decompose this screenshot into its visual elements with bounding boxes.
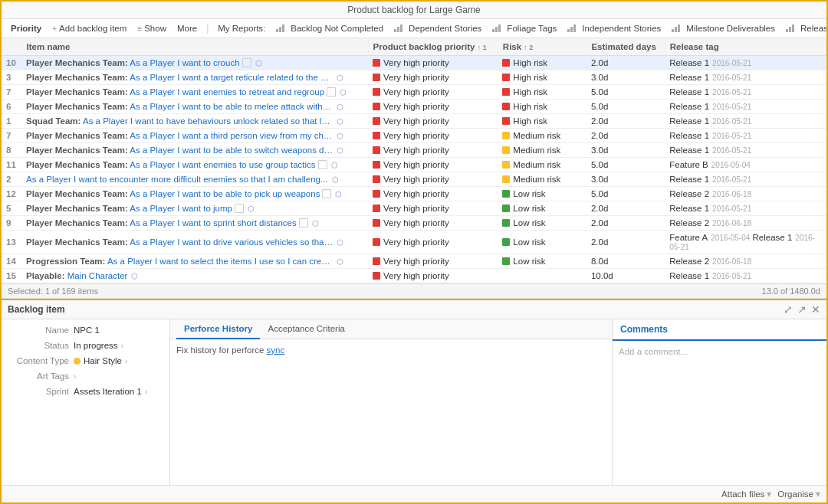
expand-icon[interactable]: ⤢ — [784, 303, 793, 316]
comment-input[interactable]: Add a comment... — [613, 341, 826, 362]
release-date: 2016-05-21 — [712, 74, 751, 82]
item-name[interactable]: Player Mechanics Team: As a Player I wan… — [26, 160, 316, 169]
row-checkbox[interactable] — [235, 204, 244, 213]
link-icon[interactable]: ⬡ — [312, 219, 319, 227]
link-icon[interactable]: ⬡ — [337, 74, 343, 82]
priority-dot — [373, 161, 380, 169]
item-name[interactable]: Player Mechanics Team: As a Player I wan… — [26, 102, 333, 111]
table-row[interactable]: 7 Player Mechanics Team: As a Player I w… — [2, 129, 826, 143]
row-item-name[interactable]: Player Mechanics Team: As a Player I wan… — [21, 129, 368, 143]
status-chevron-icon[interactable]: › — [121, 342, 123, 350]
table-row[interactable]: 10 Player Mechanics Team: As a Player I … — [2, 56, 826, 70]
backlog-not-completed-button[interactable]: Backlog Not Completed — [273, 22, 386, 34]
row-item-name[interactable]: Playable: Main Character ⬡ — [21, 269, 368, 283]
item-name[interactable]: Player Mechanics Team: As a Player I wan… — [26, 237, 333, 247]
sync-link[interactable]: sync — [267, 345, 285, 355]
table-row[interactable]: 13 Player Mechanics Team: As a Player I … — [2, 231, 826, 254]
organise-chevron-icon: ▾ — [816, 489, 820, 499]
add-backlog-item-button[interactable]: + Add backlog item — [49, 22, 130, 34]
link-icon[interactable]: ⬡ — [337, 238, 343, 247]
release-1-status-button[interactable]: Release 1 Status — [783, 22, 826, 34]
table-row[interactable]: 15 Playable: Main Character ⬡ Very high … — [2, 269, 826, 283]
row-item-name[interactable]: Player Mechanics Team: As a Player I wan… — [21, 70, 368, 85]
close-icon[interactable]: ✕ — [811, 303, 820, 316]
row-item-name[interactable]: Player Mechanics Team: As a Player I wan… — [21, 143, 368, 158]
tab-acceptance-criteria[interactable]: Acceptance Criteria — [260, 319, 352, 339]
item-name[interactable]: Squad Team: As a Player I want to have b… — [26, 116, 333, 126]
item-name[interactable]: Player Mechanics Team: As a Player I wan… — [26, 204, 232, 213]
table-row[interactable]: 11 Player Mechanics Team: As a Player I … — [2, 158, 826, 172]
table-row[interactable]: 2 As a Player I want to encounter more d… — [2, 172, 826, 187]
item-name[interactable]: Player Mechanics Team: As a Player I wan… — [26, 218, 297, 227]
link-icon[interactable]: ⬡ — [340, 88, 347, 97]
row-item-name[interactable]: Player Mechanics Team: As a Player I wan… — [21, 158, 368, 172]
item-name[interactable]: Progression Team: As a Player I want to … — [26, 257, 333, 266]
table-row[interactable]: 5 Player Mechanics Team: As a Player I w… — [2, 201, 826, 216]
tab-perforce-history[interactable]: Perforce History — [176, 319, 260, 339]
table-row[interactable]: 8 Player Mechanics Team: As a Player I w… — [2, 143, 826, 158]
table-row[interactable]: 6 Player Mechanics Team: As a Player I w… — [2, 100, 826, 114]
independent-stories-button[interactable]: Independent Stories — [564, 22, 664, 34]
table-row[interactable]: 12 Player Mechanics Team: As a Player I … — [2, 187, 826, 201]
row-checkbox[interactable] — [242, 58, 251, 67]
sprint-value[interactable]: Assets Iteration 1 › — [74, 387, 147, 396]
sprint-chevron-icon[interactable]: › — [145, 388, 147, 396]
link-icon[interactable]: ⬡ — [255, 59, 262, 67]
row-item-name[interactable]: Player Mechanics Team: As a Player I wan… — [21, 56, 368, 70]
row-checkbox[interactable] — [322, 189, 331, 198]
row-item-name[interactable]: Player Mechanics Team: As a Player I wan… — [21, 201, 368, 216]
table-row[interactable]: 3 Player Mechanics Team: As a Player I w… — [2, 70, 826, 85]
row-item-name[interactable]: Player Mechanics Team: As a Player I wan… — [21, 100, 368, 114]
link-icon[interactable]: ⬡ — [337, 146, 343, 155]
row-item-name[interactable]: Progression Team: As a Player I want to … — [21, 254, 368, 269]
row-item-name[interactable]: Squad Team: As a Player I want to have b… — [21, 114, 368, 129]
table-row[interactable]: 1 Squad Team: As a Player I want to have… — [2, 114, 826, 129]
row-risk: High risk — [498, 100, 586, 114]
link-icon[interactable]: ⬡ — [331, 161, 338, 169]
item-name[interactable]: Player Mechanics Team: As a Player I wan… — [26, 189, 320, 198]
item-name[interactable]: Player Mechanics Team: As a Player I wan… — [26, 73, 333, 82]
item-name[interactable]: Player Mechanics Team: As a Player I wan… — [26, 146, 333, 155]
open-external-icon[interactable]: ↗ — [797, 303, 807, 316]
row-item-name[interactable]: Player Mechanics Team: As a Player I wan… — [21, 216, 368, 231]
item-name[interactable]: Player Mechanics Team: As a Player I wan… — [26, 87, 324, 97]
list-icon: ≡ — [137, 25, 142, 33]
link-icon[interactable]: ⬡ — [337, 103, 343, 111]
link-icon[interactable]: ⬡ — [337, 117, 343, 126]
row-item-name[interactable]: As a Player I want to encounter more dif… — [21, 172, 368, 187]
more-button[interactable]: More — [174, 22, 200, 34]
link-icon[interactable]: ⬡ — [337, 257, 343, 266]
content-type-chevron-icon[interactable]: › — [125, 357, 127, 365]
link-icon[interactable]: ⬡ — [131, 272, 138, 280]
item-name[interactable]: Player Mechanics Team: As a Player I wan… — [26, 131, 333, 140]
col-priority[interactable]: Product backlog priority ↑ 1 — [368, 38, 498, 56]
item-name[interactable]: Player Mechanics Team: As a Player I wan… — [26, 58, 240, 67]
row-item-name[interactable]: Player Mechanics Team: As a Player I wan… — [21, 85, 368, 100]
table-row[interactable]: 14 Progression Team: As a Player I want … — [2, 254, 826, 269]
art-tags-chevron-icon[interactable]: › — [74, 372, 76, 381]
content-type-value[interactable]: Hair Style › — [74, 356, 127, 365]
row-item-name[interactable]: Player Mechanics Team: As a Player I wan… — [21, 187, 368, 201]
table-row[interactable]: 7 Player Mechanics Team: As a Player I w… — [2, 85, 826, 100]
link-icon[interactable]: ⬡ — [332, 175, 339, 184]
status-value[interactable]: In progress › — [74, 341, 123, 350]
row-risk: Medium risk — [498, 143, 586, 158]
link-icon[interactable]: ⬡ — [248, 205, 255, 213]
table-row[interactable]: 9 Player Mechanics Team: As a Player I w… — [2, 216, 826, 231]
col-risk[interactable]: Risk ↑ 2 — [498, 38, 586, 56]
link-icon[interactable]: ⬡ — [335, 190, 342, 198]
dependent-stories-button[interactable]: Dependent Stories — [391, 22, 485, 34]
item-name[interactable]: As a Player I want to encounter more dif… — [26, 175, 328, 184]
foliage-tags-button[interactable]: Foliage Tags — [489, 22, 560, 34]
row-item-name[interactable]: Player Mechanics Team: As a Player I wan… — [21, 231, 368, 254]
row-checkbox[interactable] — [327, 87, 336, 97]
row-checkbox[interactable] — [299, 218, 308, 227]
art-tags-value[interactable]: › — [74, 372, 76, 381]
row-checkbox[interactable] — [318, 160, 327, 169]
link-icon[interactable]: ⬡ — [337, 132, 343, 140]
attach-files-button[interactable]: Attach files ▾ — [721, 489, 771, 499]
show-button[interactable]: ≡ Show — [134, 22, 169, 34]
item-name[interactable]: Playable: Main Character — [26, 271, 127, 280]
organise-button[interactable]: Organise ▾ — [777, 489, 820, 499]
milestone-deliverables-button[interactable]: Milestone Deliverables — [669, 22, 778, 34]
